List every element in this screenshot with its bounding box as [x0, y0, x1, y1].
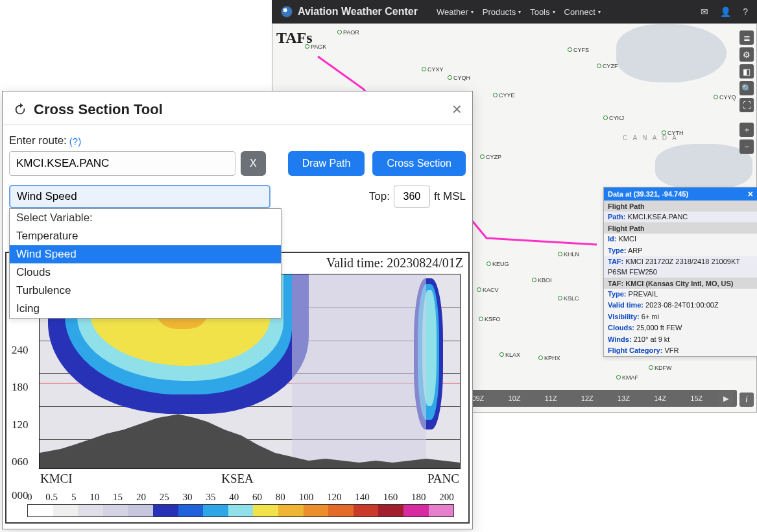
y-tick: 240 — [12, 344, 29, 357]
station-marker[interactable]: KLAX — [499, 352, 520, 358]
panel-close-icon[interactable]: × — [452, 99, 462, 119]
station-marker[interactable]: KDFW — [649, 365, 672, 371]
popup-title: Data at (39.321, -94.745) — [608, 190, 688, 198]
panel-title: Cross Section Tool — [13, 101, 163, 118]
menu-products[interactable]: Products▾ — [480, 5, 523, 19]
clear-route-button[interactable]: X — [241, 151, 266, 176]
top-label: Top: — [369, 190, 390, 203]
dropdown-option[interactable]: Turbulence — [10, 282, 281, 300]
station-marker[interactable]: PAGK — [305, 43, 326, 50]
station-marker[interactable]: KMAF — [616, 374, 638, 381]
color-bar-labels: 0 0.5 5 10 15 20 25 30 35 40 60 80 100 1… — [27, 492, 454, 503]
variable-select[interactable] — [9, 185, 270, 208]
dropdown-option[interactable]: Wind Speed — [10, 245, 281, 263]
dropdown-option[interactable]: Temperature — [10, 227, 281, 245]
top-input[interactable] — [394, 186, 430, 208]
station-marker[interactable]: KACV — [477, 287, 499, 293]
menu-tools[interactable]: Tools▾ — [527, 5, 557, 19]
settings-icon[interactable]: ⚙ — [739, 47, 754, 62]
basemap-icon[interactable]: ◧ — [739, 64, 754, 79]
station-marker[interactable]: KHLN — [558, 251, 579, 258]
y-tick: 000 — [12, 489, 29, 502]
map-controls: ≣ ⚙ ◧ 🔍 ⛶ ＋ － — [739, 30, 754, 154]
y-tick: 060 — [12, 455, 29, 468]
mail-icon[interactable]: ✉ — [701, 6, 708, 17]
map-info-icon[interactable]: i — [739, 393, 754, 407]
station-marker[interactable]: CYZP — [480, 154, 501, 160]
main-menu: Weather▾ Products▾ Tools▾ Connect▾ — [434, 5, 603, 19]
nav-right: ✉ 👤 ? — [701, 6, 748, 17]
user-icon[interactable]: 👤 — [720, 6, 731, 17]
play-icon[interactable]: ▶ — [719, 391, 733, 405]
y-tick: 120 — [12, 418, 29, 431]
search-icon[interactable]: 🔍 — [739, 81, 754, 95]
help-icon[interactable]: ? — [743, 6, 748, 17]
x-station: PANC — [427, 472, 459, 486]
station-marker[interactable]: KSFO — [479, 316, 501, 322]
x-station: KSEA — [221, 472, 254, 486]
layers-icon[interactable]: ≣ — [739, 30, 754, 45]
station-marker[interactable]: CYTH — [662, 130, 684, 136]
zoom-out-icon[interactable]: － — [739, 139, 754, 154]
top-navbar: Aviation Weather Center Weather▾ Product… — [272, 0, 757, 23]
route-input[interactable] — [9, 151, 235, 176]
station-marker[interactable]: CYFS — [568, 47, 589, 53]
menu-connect[interactable]: Connect▾ — [562, 5, 603, 19]
cross-section-panel: Cross Section Tool × Enter route: (?) X … — [2, 91, 473, 529]
x-station: KMCI — [40, 472, 73, 486]
menu-weather[interactable]: Weather▾ — [434, 5, 476, 19]
route-label: Enter route: — [9, 134, 67, 147]
station-marker[interactable]: CYYE — [493, 92, 515, 99]
draw-path-button[interactable]: Draw Path — [288, 151, 365, 176]
route-help-link[interactable]: (?) — [69, 136, 81, 147]
variable-dropdown: Select Variable: Temperature Wind Speed … — [9, 208, 282, 319]
station-marker[interactable]: CYYQ — [714, 94, 736, 101]
station-marker[interactable]: CYQH — [448, 75, 470, 81]
popup-close-icon[interactable]: × — [748, 189, 753, 199]
zoom-in-icon[interactable]: ＋ — [739, 123, 754, 137]
top-units: ft MSL — [434, 190, 466, 203]
dropdown-option[interactable]: Select Variable: — [10, 209, 281, 227]
refresh-icon — [13, 103, 27, 117]
station-marker[interactable]: CYKJ — [603, 115, 624, 121]
station-marker[interactable]: PAOR — [337, 29, 359, 36]
dropdown-option[interactable]: Clouds — [10, 263, 281, 282]
brand-logo — [281, 6, 293, 18]
station-marker[interactable]: KSLC — [558, 295, 579, 302]
station-marker[interactable]: CYZF — [597, 63, 618, 69]
color-bar — [27, 504, 454, 517]
chart-valid-time: Valid time: 20230824/01Z — [326, 256, 463, 271]
cross-section-button[interactable]: Cross Section — [372, 151, 466, 176]
station-marker[interactable]: KBOI — [532, 277, 552, 284]
popup-section-header: Flight Path — [604, 223, 757, 234]
fullscreen-icon[interactable]: ⛶ — [739, 98, 754, 112]
dropdown-option[interactable]: Icing — [10, 300, 281, 318]
station-marker[interactable]: KEUG — [487, 261, 509, 267]
y-tick: 180 — [12, 381, 29, 394]
data-popup: Data at (39.321, -94.745) × Flight Path … — [603, 187, 757, 357]
brand-title: Aviation Weather Center — [298, 6, 418, 18]
station-marker[interactable]: CYXY — [422, 66, 444, 73]
popup-section-header: Flight Path — [604, 200, 757, 212]
popup-section-header: TAF: KMCI (Kansas City Intl, MO, US) — [604, 278, 757, 289]
station-marker[interactable]: KPHX — [538, 355, 560, 361]
